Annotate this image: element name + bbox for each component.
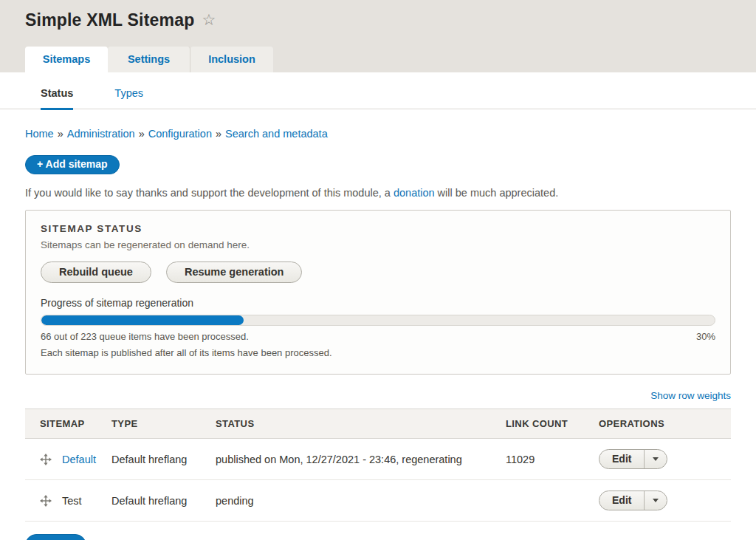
sitemap-status: published on Mon, 12/27/2021 - 23:46, re…	[216, 439, 506, 480]
donation-text-after: will be much appreciated.	[435, 187, 559, 199]
tab-inclusion[interactable]: Inclusion	[190, 47, 273, 72]
tab-types[interactable]: Types	[114, 87, 143, 109]
edit-button[interactable]: Edit	[599, 450, 644, 468]
tab-sitemaps[interactable]: Sitemaps	[25, 47, 108, 72]
drag-handle-icon[interactable]	[40, 495, 52, 507]
page-header: Simple XML Sitemap ☆ Sitemaps Settings I…	[0, 0, 756, 72]
breadcrumb-separator: »	[139, 128, 145, 140]
column-header-status: STATUS	[216, 409, 506, 439]
breadcrumb: Home»Administration»Configuration»Search…	[25, 128, 731, 140]
operations-split-button: Edit	[599, 491, 667, 510]
tab-status[interactable]: Status	[41, 87, 73, 110]
sitemap-link-count: 11029	[506, 439, 599, 480]
show-row-weights-link[interactable]: Show row weights	[650, 390, 731, 401]
breadcrumb-home[interactable]: Home	[25, 128, 54, 140]
tab-settings[interactable]: Settings	[108, 47, 190, 72]
donation-link[interactable]: donation	[394, 187, 435, 199]
progress-fill	[41, 315, 244, 325]
sitemap-status-panel: SITEMAP STATUS Sitemaps can be regenerat…	[25, 210, 731, 375]
donation-text: If you would like to say thanks and supp…	[25, 187, 731, 199]
breadcrumb-separator: »	[216, 128, 221, 140]
panel-title: SITEMAP STATUS	[41, 223, 715, 234]
sitemaps-table: SITEMAP TYPE STATUS LINK COUNT OPERATION…	[25, 409, 731, 522]
progress-note: Each sitemap is published after all of i…	[41, 347, 715, 358]
resume-generation-button[interactable]: Resume generation	[166, 262, 303, 283]
progress-processed-text: 66 out of 223 queue items have been proc…	[41, 331, 249, 342]
operations-split-button: Edit	[599, 449, 667, 469]
sitemap-type: Default hreflang	[111, 480, 216, 522]
progress-bar	[41, 315, 715, 326]
column-header-sitemap: SITEMAP	[25, 409, 111, 439]
page-title: Simple XML Sitemap	[25, 10, 194, 30]
table-row: Default Default hreflang published on Mo…	[25, 439, 731, 480]
rebuild-queue-button[interactable]: Rebuild queue	[41, 262, 151, 283]
column-header-link-count: LINK COUNT	[506, 409, 599, 439]
panel-description: Sitemaps can be regenerated on demand he…	[41, 239, 715, 250]
save-button[interactable]: Save	[25, 534, 86, 540]
drag-handle-icon[interactable]	[40, 454, 52, 465]
sitemap-link-count	[506, 480, 599, 522]
table-header-row: SITEMAP TYPE STATUS LINK COUNT OPERATION…	[25, 409, 731, 439]
caret-down-icon	[653, 499, 659, 502]
column-header-type: TYPE	[111, 409, 216, 439]
add-sitemap-button[interactable]: + Add sitemap	[25, 155, 120, 174]
operations-dropdown-toggle[interactable]	[644, 450, 667, 468]
sitemap-name: Test	[62, 495, 82, 507]
star-icon[interactable]: ☆	[202, 12, 216, 27]
breadcrumb-search-and-metadata[interactable]: Search and metadata	[225, 128, 328, 140]
progress-percent: 30%	[696, 331, 715, 342]
breadcrumb-administration[interactable]: Administration	[67, 128, 135, 140]
breadcrumb-configuration[interactable]: Configuration	[148, 128, 212, 140]
breadcrumb-separator: »	[58, 128, 63, 140]
sitemap-name-link[interactable]: Default	[62, 454, 96, 465]
table-row: Test Default hreflang pending Edit	[25, 480, 731, 522]
donation-text-before: If you would like to say thanks and supp…	[25, 187, 394, 199]
secondary-tabs: Status Types	[0, 72, 756, 109]
progress-label: Progress of sitemap regeneration	[41, 297, 715, 309]
operations-dropdown-toggle[interactable]	[644, 491, 667, 510]
column-header-operations: OPERATIONS	[599, 409, 731, 439]
primary-tabs: Sitemaps Settings Inclusion	[25, 47, 273, 72]
sitemap-status: pending	[216, 480, 506, 522]
edit-button[interactable]: Edit	[599, 491, 644, 510]
caret-down-icon	[653, 457, 659, 461]
sitemap-type: Default hreflang	[111, 439, 216, 480]
